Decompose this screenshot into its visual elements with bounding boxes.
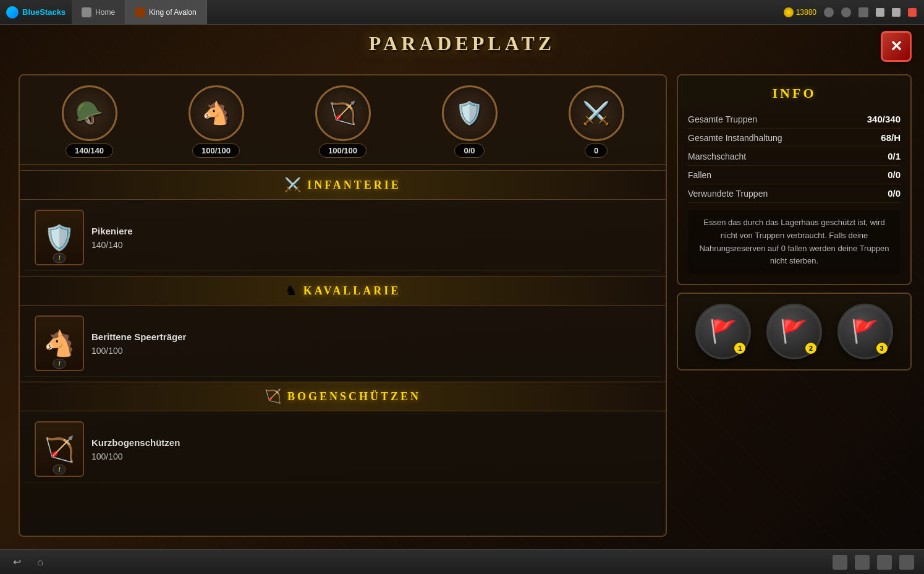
archer-category-icon: 🏹 bbox=[265, 388, 281, 405]
info-value-march: 0/1 bbox=[888, 151, 901, 161]
fullscreen-icon[interactable] bbox=[855, 555, 870, 570]
troop-icon-siege[interactable]: 🛡️ 0/0 bbox=[442, 85, 498, 158]
left-panel: 🪖 140/140 🐴 100/100 🏹 100/100 bbox=[19, 74, 667, 537]
info-box: INFO Gesamte Truppen 340/340 Gesamte Ins… bbox=[677, 74, 912, 285]
trap-count: 0 bbox=[585, 144, 608, 158]
speertraeger-portrait: 🐴 I bbox=[35, 315, 84, 371]
info-row-maintenance: Gesamte Instandhaltung 68/H bbox=[688, 129, 901, 147]
speertraeger-info: Berittene Speerträger 100/100 bbox=[91, 332, 651, 356]
info-label-wounded: Verwundete Truppen bbox=[688, 189, 768, 199]
main-content: 🪖 140/140 🐴 100/100 🏹 100/100 bbox=[19, 74, 912, 537]
troop-row-speertraeger[interactable]: 🐴 I Berittene Speerträger 100/100 bbox=[25, 311, 661, 377]
back-button[interactable]: ↩ bbox=[10, 555, 23, 569]
brand-label: BlueStacks bbox=[22, 7, 66, 17]
info-row-march: Marschschacht 0/1 bbox=[688, 147, 901, 166]
flag-button-3[interactable]: 🚩 3 bbox=[837, 304, 893, 359]
tab-home[interactable]: Home bbox=[72, 0, 125, 24]
bogenschuetzen-portrait: 🏹 I bbox=[35, 421, 84, 477]
app-logo: BlueStacks bbox=[0, 6, 72, 19]
flag-button-2[interactable]: 🚩 2 bbox=[766, 304, 822, 359]
info-value-traps: 0/0 bbox=[888, 169, 901, 180]
category-cavalry-header: ♞ KAVALLARIE bbox=[20, 276, 666, 306]
pikeniere-info: Pikeniere 140/140 bbox=[91, 226, 651, 250]
speertraeger-name: Berittene Speerträger bbox=[91, 332, 651, 342]
troop-icon-cavalry[interactable]: 🐴 100/100 bbox=[189, 85, 244, 158]
troop-row-pikeniere[interactable]: 🛡️ I Pikeniere 140/140 bbox=[25, 205, 661, 271]
infantry-category-label: INFANTERIE bbox=[307, 179, 401, 192]
title-banner: PARADEPLATZ bbox=[369, 32, 555, 55]
troop-icons-row: 🪖 140/140 🐴 100/100 🏹 100/100 bbox=[20, 75, 666, 165]
winclose-button[interactable] bbox=[908, 8, 917, 17]
bogenschuetzen-tier: I bbox=[53, 465, 66, 474]
bogenschuetzen-info: Kurzbogenschützen 100/100 bbox=[91, 437, 651, 461]
troop-icon-infantry[interactable]: 🪖 140/140 bbox=[62, 85, 117, 158]
minimize-button[interactable] bbox=[876, 8, 884, 17]
siege-portrait-icon: 🛡️ bbox=[456, 100, 483, 126]
tab-bar: Home King of Avalon bbox=[72, 0, 207, 24]
tab-game-label: King of Avalon bbox=[149, 8, 197, 17]
page-title: PARADEPLATZ bbox=[369, 32, 555, 55]
tab-home-label: Home bbox=[95, 8, 115, 17]
infantry-icon-circle: 🪖 bbox=[62, 85, 117, 141]
pikeniere-tier: I bbox=[53, 253, 66, 263]
pikeniere-portrait: 🛡️ I bbox=[35, 210, 84, 265]
notification-icon[interactable] bbox=[824, 7, 834, 17]
tab-game[interactable]: King of Avalon bbox=[125, 0, 207, 24]
infantry-portrait-icon: 🪖 bbox=[75, 100, 103, 126]
bottom-bar: ↩ ⌂ bbox=[0, 549, 924, 574]
bluestacks-icon bbox=[6, 6, 19, 19]
category-archer-header: 🏹 BOGENSCHÜTZEN bbox=[20, 382, 666, 411]
cavalry-portrait-icon: 🐴 bbox=[202, 100, 230, 126]
archer-count: 100/100 bbox=[319, 144, 367, 158]
maximize-button[interactable] bbox=[892, 8, 901, 17]
keyboard-icon[interactable] bbox=[833, 555, 847, 570]
info-value-total-troops: 340/340 bbox=[867, 114, 901, 124]
pikeniere-portrait-icon: 🛡️ bbox=[44, 223, 75, 252]
flag-number-3: 3 bbox=[876, 343, 888, 354]
bottom-left-controls: ↩ ⌂ bbox=[10, 555, 47, 569]
troop-row-bogenschuetzen[interactable]: 🏹 I Kurzbogenschützen 100/100 bbox=[25, 416, 661, 482]
cavalry-icon-circle: 🐴 bbox=[189, 85, 244, 141]
speertraeger-portrait-icon: 🐴 bbox=[44, 329, 75, 358]
settings-icon[interactable] bbox=[858, 7, 868, 17]
location-icon[interactable] bbox=[877, 555, 892, 570]
troop-icon-archer[interactable]: 🏹 100/100 bbox=[315, 85, 371, 158]
archer-portrait-icon: 🏹 bbox=[329, 100, 357, 126]
cavalry-category-icon: ♞ bbox=[285, 283, 297, 299]
gamepad-icon[interactable] bbox=[899, 555, 914, 570]
flag-number-1: 1 bbox=[734, 343, 745, 354]
cavalry-category-label: KAVALLARIE bbox=[303, 285, 401, 298]
bogenschuetzen-portrait-icon: 🏹 bbox=[44, 435, 75, 464]
home-button[interactable]: ⌂ bbox=[33, 555, 47, 569]
account-icon[interactable] bbox=[841, 7, 851, 17]
taskbar-right: 13880 bbox=[784, 7, 924, 17]
close-button[interactable]: ✕ bbox=[881, 31, 912, 62]
bogenschuetzen-amount: 100/100 bbox=[91, 452, 651, 461]
coin-icon bbox=[784, 7, 794, 17]
bottom-right-controls bbox=[833, 555, 914, 570]
troop-icon-trap[interactable]: ⚔️ 0 bbox=[569, 85, 624, 158]
flag-icon-2: 🚩 bbox=[780, 319, 808, 345]
archer-icon-circle: 🏹 bbox=[315, 85, 371, 141]
trap-icon-circle: ⚔️ bbox=[569, 85, 624, 141]
flag-icon-3: 🚩 bbox=[851, 319, 879, 345]
speertraeger-amount: 100/100 bbox=[91, 346, 651, 356]
home-tab-icon bbox=[82, 7, 91, 17]
speertraeger-tier: I bbox=[53, 359, 66, 369]
taskbar: BlueStacks Home King of Avalon 13880 bbox=[0, 0, 924, 25]
infantry-count: 140/140 bbox=[66, 144, 113, 158]
flag-buttons-row: 🚩 1 🚩 2 🚩 3 bbox=[677, 293, 912, 371]
info-description: Essen das durch das Lagerhaus geschützt … bbox=[688, 210, 901, 274]
info-value-maintenance: 68/H bbox=[881, 132, 901, 143]
flag-icon-1: 🚩 bbox=[710, 319, 737, 345]
game-area: PARADEPLATZ ✕ 🪖 140/140 🐴 100/100 bbox=[0, 25, 924, 549]
siege-count: 0/0 bbox=[454, 144, 484, 158]
info-row-wounded: Verwundete Truppen 0/0 bbox=[688, 184, 901, 203]
info-label-maintenance: Gesamte Instandhaltung bbox=[688, 133, 782, 143]
flag-button-1[interactable]: 🚩 1 bbox=[695, 304, 751, 359]
trap-portrait-icon: ⚔️ bbox=[582, 100, 610, 126]
cavalry-count: 100/100 bbox=[192, 144, 240, 158]
coin-display: 13880 bbox=[784, 7, 816, 17]
info-title: INFO bbox=[688, 85, 901, 101]
bogenschuetzen-name: Kurzbogenschützen bbox=[91, 437, 651, 448]
